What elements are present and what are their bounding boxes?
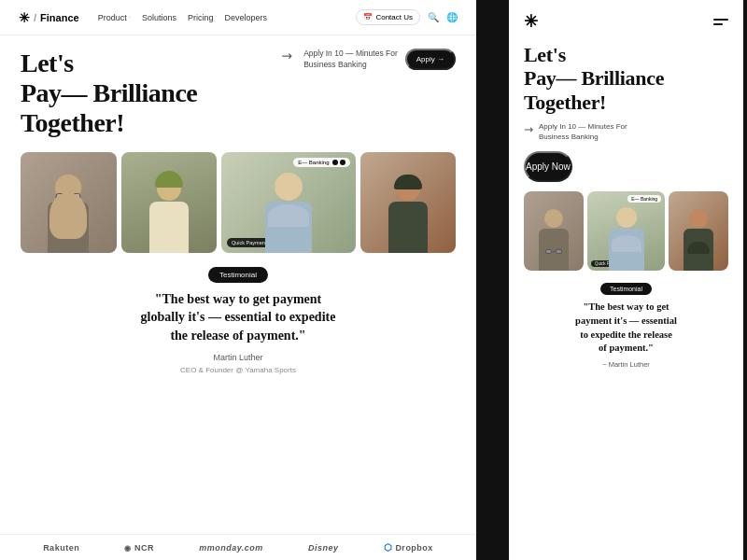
hamburger-line-2 [713, 23, 723, 25]
nav-link-product[interactable]: Product · [98, 13, 131, 22]
mobile-hero-title: Let's Pay— Brilliance Together! [524, 43, 728, 114]
partner-ncr: ◉ NCR [124, 543, 154, 553]
testimonial-section: Testimonial "The best way to get payment… [21, 260, 456, 380]
hamburger-line-1 [713, 19, 728, 21]
mobile-arrow-icon: ↗ [520, 122, 537, 139]
nav-right: 📅 Contact Us 🔍 🌐 [356, 9, 458, 25]
partner-rakuten: Rakuten [43, 543, 79, 553]
hero-image-4 [360, 152, 457, 253]
hero-image-2 [121, 152, 218, 253]
mobile-apply-subtext: Apply In 10 — Minutes For Business Banki… [539, 121, 627, 142]
mobile-testimonial-badge: Testimonial [600, 283, 652, 295]
mobile-testimonial-author: ~ Martin Luther [529, 360, 723, 369]
nav-link-pricing[interactable]: Pricing [188, 13, 214, 22]
partner-disney: Disney [308, 543, 339, 553]
nav-slash: / [34, 12, 36, 23]
hero-image-3: E— Banking Quick Payment — Scan [221, 152, 356, 253]
logo-asterisk-icon: ✳ [19, 10, 30, 25]
mobile-navbar: ✳ [509, 0, 743, 39]
hamburger-menu-button[interactable] [713, 19, 728, 25]
globe-icon[interactable]: 🌐 [446, 12, 458, 22]
hero-image-1 [21, 152, 117, 253]
nav-link-solutions[interactable]: Solutions [142, 13, 176, 22]
partner-dropbox: ⬡ Dropbox [384, 542, 433, 553]
mobile-image-2: E— Banking Quick Payment — Scan [587, 191, 665, 271]
desktop-panel: ✳ / Finance Product · Solutions Pricing … [0, 0, 476, 560]
mobile-image-3 [669, 191, 728, 271]
mobile-image-1 [524, 191, 584, 271]
mobile-hero-images: E— Banking Quick Payment — Scan [524, 191, 728, 271]
hero-title: Let's Pay— Brilliance Together! [21, 49, 197, 139]
testimonial-badge: Testimonial [208, 267, 268, 283]
testimonial-author: Martin Luther CEO & Founder @ Yamaha Spo… [39, 352, 437, 376]
desktop-navbar: ✳ / Finance Product · Solutions Pricing … [0, 0, 476, 35]
apply-button[interactable]: Apply → [405, 49, 456, 70]
partner-monday: mmonday.com [199, 543, 263, 553]
apply-subtext: Apply In 10 — Minutes For Business Banki… [303, 49, 398, 69]
testimonial-quote: "The best way to get paymentglobally it'… [39, 290, 437, 345]
mobile-apply-banner: ↗ Apply In 10 — Minutes For Business Ban… [524, 121, 728, 142]
mobile-apply-button[interactable]: Apply Now [524, 151, 572, 182]
mobile-banking-badge: E— Banking [627, 195, 661, 203]
mobile-panel: ✳ Let's Pay— Brilliance Together! ↗ Appl… [505, 0, 743, 560]
calendar-icon: 📅 [363, 13, 373, 21]
hero-images: E— Banking Quick Payment — Scan [21, 152, 456, 253]
nav-brand: Finance [40, 12, 79, 23]
desktop-main: Let's Pay— Brilliance Together! ↗ Apply … [0, 35, 476, 534]
arrow-up-right-icon: ↗ [275, 48, 299, 71]
nav-logo[interactable]: ✳ / Finance [19, 10, 79, 25]
mobile-main: Let's Pay— Brilliance Together! ↗ Apply … [509, 39, 743, 560]
apply-banner: ↗ Apply In 10 — Minutes For Business Ban… [279, 49, 456, 70]
contact-button[interactable]: 📅 Contact Us [356, 9, 420, 25]
nav-links: Product · Solutions Pricing Developers [98, 13, 267, 22]
mobile-testimonial-quote: "The best way to getpayment it's — essen… [529, 301, 723, 356]
mobile-logo-asterisk-icon: ✳ [524, 11, 538, 32]
search-icon[interactable]: 🔍 [428, 12, 439, 22]
partners-row: Rakuten ◉ NCR mmonday.com Disney ⬡ Dropb… [0, 534, 476, 560]
nav-link-developers[interactable]: Developers [224, 13, 267, 22]
mobile-testimonial: Testimonial "The best way to getpayment … [524, 278, 728, 369]
